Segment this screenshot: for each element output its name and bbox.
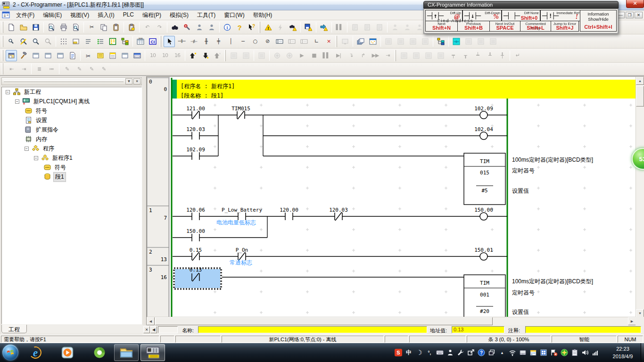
find-symbol-button[interactable]	[194, 22, 205, 33]
line-connect-button[interactable]: ∟	[311, 36, 322, 47]
comment-list-button[interactable]	[95, 50, 106, 61]
rung-0-margin[interactable]	[147, 78, 169, 206]
tree-item-plc-symbols[interactable]: 符号	[2, 106, 141, 115]
section-manager-button[interactable]	[107, 50, 118, 61]
menu-tools[interactable]: 工具(T)	[193, 10, 220, 21]
compile-button[interactable]	[46, 22, 57, 33]
tree-expander[interactable]: −	[34, 156, 38, 160]
tray-ime-icon[interactable]: 中	[405, 348, 413, 357]
save-button[interactable]	[30, 22, 41, 33]
tree-item-section-1[interactable]: 段1	[2, 172, 141, 181]
tray-sogou-icon[interactable]: S	[394, 348, 403, 357]
vertical-wire-button[interactable]: │	[225, 36, 236, 47]
save-check-button[interactable]	[303, 22, 314, 33]
taskbar-clock[interactable]: 22:23 2018/4/9	[606, 345, 639, 360]
new-or-contact-nc-button[interactable]: ╪	[213, 36, 224, 47]
rung-comment-banner[interactable]: [程序名 : 新程序1] [段名称 : 段1]	[171, 80, 636, 99]
new-or-contact-button[interactable]: ╫	[200, 36, 212, 47]
io-comment-window-button[interactable]	[119, 50, 131, 61]
tray-system-icon[interactable]	[539, 348, 548, 357]
horizontal-scrollbar[interactable]: ◀ ▶	[147, 317, 636, 325]
mdi-close-button[interactable]: ✕	[635, 12, 643, 18]
symbol-table-button[interactable]: SMA	[135, 36, 146, 47]
toggle-workspace-button[interactable]	[6, 50, 17, 61]
tray-shield-icon[interactable]	[560, 348, 569, 357]
fields-back-button[interactable]: ◀	[150, 326, 157, 333]
tray-clipboard-icon[interactable]	[570, 348, 579, 357]
memory-window-button[interactable]	[132, 50, 143, 61]
address-field[interactable]: 0.13	[452, 326, 504, 333]
horizontal-wire-button[interactable]: ─	[237, 36, 248, 47]
menu-window[interactable]: 窗口(W)	[220, 10, 248, 21]
zoom-tool-button[interactable]	[6, 36, 17, 47]
tray-keyboard-icon[interactable]	[436, 348, 444, 357]
start-button[interactable]	[2, 345, 18, 361]
show-desktop-button[interactable]	[641, 343, 644, 362]
tim-001-instruction[interactable]: TIM 001 #20	[464, 275, 505, 317]
tree-item-plc-settings[interactable]: 设置	[2, 115, 141, 125]
cut-button[interactable]: ✂	[86, 22, 97, 33]
line-delete-button[interactable]: ×	[323, 36, 334, 47]
tree-item-program-symbols[interactable]: 符号	[2, 163, 141, 172]
tray-restore-icon[interactable]	[487, 348, 496, 357]
tray-schedule-icon[interactable]	[529, 348, 537, 357]
tree-dropdown-button[interactable]: ▼	[125, 78, 132, 84]
tree-panel-grip[interactable]	[4, 81, 124, 82]
time-chart-button[interactable]	[367, 36, 379, 47]
show-grid-button[interactable]	[58, 36, 69, 47]
output-window-button[interactable]	[18, 50, 29, 61]
tree-item-programs[interactable]: −程序	[2, 144, 141, 153]
menu-view[interactable]: 视图(V)	[66, 10, 93, 21]
toolbar-grip[interactable]	[2, 36, 3, 47]
context-help-button[interactable]: ?	[246, 22, 257, 33]
watch-window-button[interactable]	[30, 50, 41, 61]
differential-monitor-button[interactable]	[355, 36, 366, 47]
horizontal-scroll-thumb[interactable]	[155, 317, 493, 325]
tree-item-new-program-1[interactable]: −新程序1	[2, 153, 141, 163]
about-button[interactable]: i	[222, 22, 233, 33]
tree-item-expansion-instructions[interactable]: 扩展指令	[2, 125, 141, 134]
tray-flag-icon[interactable]	[550, 348, 558, 357]
help-button[interactable]: ?	[234, 22, 245, 33]
print-preview-button[interactable]	[70, 22, 82, 33]
menu-edit[interactable]: 编辑(E)	[39, 10, 66, 21]
taskbar-cx-programmer[interactable]	[140, 344, 165, 361]
rung-comment-button[interactable]	[70, 36, 82, 47]
rung-3-margin[interactable]	[147, 265, 169, 317]
ci-edit-button[interactable]: CI	[147, 36, 158, 47]
toolbar-grip[interactable]	[259, 22, 260, 33]
show-annotations-button[interactable]	[83, 36, 94, 47]
copy-button[interactable]	[98, 22, 109, 33]
tree-item-new-project[interactable]: −新工程	[2, 87, 141, 97]
tray-wifi-icon[interactable]	[508, 348, 517, 357]
tray-volume-icon[interactable]	[581, 348, 589, 357]
mdi-restore-button[interactable]: ❐	[626, 12, 634, 18]
toolbar-grip[interactable]	[2, 22, 3, 33]
zoom-fit-button[interactable]	[18, 36, 29, 47]
section-up-button[interactable]	[187, 50, 198, 61]
new-coil-nc-button[interactable]: ⊘	[262, 36, 273, 47]
close-button[interactable]: ✕	[626, 0, 644, 8]
menu-simulation[interactable]: 模拟(S)	[165, 10, 193, 21]
tree-expander[interactable]: −	[15, 99, 19, 104]
tree-item-plc-device[interactable]: −新PLC1[CQM1H] 离线	[2, 97, 141, 106]
tab-project[interactable]: 工程	[1, 325, 27, 333]
new-file-button[interactable]	[6, 22, 17, 33]
tray-wrench-icon[interactable]	[456, 348, 465, 357]
replace-button[interactable]	[182, 22, 193, 33]
transfer-check-button[interactable]	[318, 22, 330, 33]
tree-item-memory[interactable]: 内存	[2, 134, 141, 144]
tree-expander[interactable]: −	[25, 147, 29, 151]
print-button[interactable]	[58, 22, 69, 33]
vertical-scroll-thumb[interactable]	[636, 86, 644, 107]
comment-field[interactable]	[525, 326, 641, 333]
ladder-view-button[interactable]	[107, 36, 118, 47]
taskbar-media-player[interactable]	[58, 344, 76, 361]
menu-insert[interactable]: 插入(I)	[93, 10, 118, 21]
scroll-up-button[interactable]: ▲	[636, 77, 644, 85]
watch-button[interactable]	[435, 36, 446, 47]
find-button[interactable]	[169, 22, 181, 33]
zoom-in-button[interactable]	[30, 36, 41, 47]
scroll-down-button[interactable]: ▼	[636, 309, 644, 317]
taskbar-browser-360[interactable]	[91, 344, 108, 361]
